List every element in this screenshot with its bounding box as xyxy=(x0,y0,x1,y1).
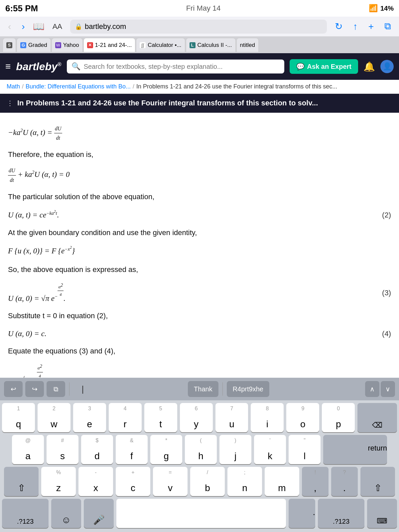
key-q[interactable]: 1q xyxy=(2,403,35,432)
site-header: ≡ bartleby® 🔍 💬 Ask an Expert 🔔 👤 xyxy=(0,53,399,80)
search-bar[interactable]: 🔍 xyxy=(67,60,284,73)
tab-yahoo[interactable]: W Yahoo xyxy=(52,38,83,52)
tab-calculator[interactable]: ∫∫ Calculator •... xyxy=(136,38,185,52)
eq-num-4: (4) xyxy=(378,328,391,340)
tab-active-favicon: ✕ xyxy=(87,42,93,48)
key-period-bottom[interactable]: . xyxy=(289,499,315,528)
breadcrumb-bundle[interactable]: Bundle: Differential Equations with Bo..… xyxy=(26,83,131,90)
eq-num-2: (2) xyxy=(378,209,391,221)
emoji-key[interactable]: ☺ xyxy=(51,499,81,528)
status-date: Fri May 14 xyxy=(186,4,221,13)
key-e[interactable]: 3e xyxy=(73,403,106,432)
shift-key[interactable]: ⇧ xyxy=(4,467,39,496)
keyboard-row-3: ⇧ %z -x +c =v /b ;n m !, ?. ⇧ xyxy=(2,467,397,496)
back-button[interactable]: ‹ xyxy=(5,20,14,33)
bookmarks-icon[interactable]: 📖 xyxy=(33,21,45,32)
key-v[interactable]: =v xyxy=(153,467,188,496)
keyboard-hide[interactable]: ⌨ xyxy=(367,499,397,528)
mic-key[interactable]: 🎤 xyxy=(84,499,114,528)
page-title: In Problems 1-21 and 24-26 use the Fouri… xyxy=(17,98,318,108)
breadcrumb-current: In Problems 1-21 and 24-26 use the Fouri… xyxy=(136,83,337,90)
key-k[interactable]: 'k xyxy=(254,435,286,464)
chat-icon: 💬 xyxy=(296,63,305,70)
key-a[interactable]: @a xyxy=(12,435,44,464)
key-d[interactable]: $d xyxy=(81,435,113,464)
user-avatar[interactable]: 👤 xyxy=(380,60,394,73)
url-bar[interactable]: 🔒 bartleby.com xyxy=(70,20,327,34)
tab-graded[interactable]: G Graded xyxy=(17,38,51,52)
suggestion-r4prt[interactable]: R4prt9xhe xyxy=(227,381,269,397)
key-r[interactable]: 4r xyxy=(109,403,142,432)
tab-untitled[interactable]: ntitled xyxy=(236,38,259,52)
eq-1: −ka2U (α, t) = dU dt xyxy=(8,128,62,137)
logo-registered: ® xyxy=(58,62,62,67)
key-period[interactable]: ?. xyxy=(331,467,358,496)
copy-button[interactable]: ⧉ xyxy=(47,381,65,397)
tab-graded-label: Graded xyxy=(28,42,47,49)
num-key-left[interactable]: .?123 xyxy=(2,499,49,528)
keyboard: ↩ ↪ ⧉ | Thank R4prt9xhe ∧ ∨ 1q 2w 3e 4r … xyxy=(0,378,399,532)
key-m[interactable]: m xyxy=(265,467,299,496)
search-input[interactable] xyxy=(84,63,280,70)
key-x[interactable]: -x xyxy=(78,467,113,496)
forward-button[interactable]: › xyxy=(19,20,27,33)
backspace-key[interactable]: ⌫ xyxy=(357,403,397,432)
keyboard-rows: 1q 2w 3e 4r 5t 6y 7u 8i 9o 0p ⌫ @a #s $d… xyxy=(0,400,399,532)
dots-icon[interactable]: ⋮ xyxy=(7,99,13,107)
toolbar-divider xyxy=(69,382,69,396)
tab-s[interactable]: S xyxy=(3,38,16,52)
text-substitute: Substitute t = 0 in equation (2), xyxy=(8,310,391,322)
num-key-right[interactable]: .?123 xyxy=(318,499,364,528)
chev-down-button[interactable]: ∨ xyxy=(381,381,395,397)
tab-active[interactable]: ✕ 1-21 and 24-... xyxy=(83,38,136,52)
bell-icon[interactable]: 🔔 xyxy=(363,61,375,72)
equation-2: dU dt + ka2U (α, t) = 0 xyxy=(8,166,391,184)
key-comma[interactable]: !, xyxy=(302,467,329,496)
tab-yahoo-favicon: W xyxy=(55,42,61,48)
key-l[interactable]: "l xyxy=(289,435,321,464)
return-key[interactable]: return xyxy=(323,435,387,464)
key-t[interactable]: 5t xyxy=(144,403,177,432)
keyboard-row-2: @a #s $d &f *g (h )j 'k "l return xyxy=(2,435,397,464)
chev-up-button[interactable]: ∧ xyxy=(365,381,379,397)
ask-expert-button[interactable]: 💬 Ask an Expert xyxy=(290,59,358,74)
key-y[interactable]: 6y xyxy=(180,403,213,432)
tab-calc-favicon: ∫∫ xyxy=(140,42,146,48)
breadcrumb-sep2: / xyxy=(133,83,134,90)
tab-calculus[interactable]: L Calculus II -... xyxy=(186,38,236,52)
key-z[interactable]: %z xyxy=(41,467,76,496)
key-f[interactable]: &f xyxy=(116,435,148,464)
suggestion-thank[interactable]: Thank xyxy=(188,381,218,397)
key-b[interactable]: /b xyxy=(190,467,225,496)
key-g[interactable]: *g xyxy=(150,435,182,464)
hamburger-menu[interactable]: ≡ xyxy=(5,61,11,72)
key-h[interactable]: (h xyxy=(185,435,217,464)
equation-intro: −ka2U (α, t) = dU dt xyxy=(8,124,391,142)
undo-button[interactable]: ↩ xyxy=(4,381,23,397)
keyboard-bottom-row: .?123 ☺ 🎤 . .?123 ⌨ xyxy=(2,499,397,528)
share-button[interactable]: ↑ xyxy=(350,21,360,32)
lock-icon: 🔒 xyxy=(75,23,82,30)
key-c[interactable]: +c xyxy=(116,467,150,496)
redo-button[interactable]: ↪ xyxy=(25,381,44,397)
spacebar[interactable] xyxy=(116,499,286,528)
key-u[interactable]: 7u xyxy=(215,403,248,432)
key-w[interactable]: 2w xyxy=(38,403,70,432)
tab-active-label: 1-21 and 24-... xyxy=(95,42,132,49)
breadcrumb-sep1: / xyxy=(22,83,24,90)
new-tab-button[interactable]: + xyxy=(366,21,376,32)
equation-row-2: U (α, t) = ce−ka2t. (2) xyxy=(8,208,391,221)
key-j[interactable]: )j xyxy=(219,435,251,464)
key-o[interactable]: 9o xyxy=(286,403,319,432)
breadcrumb-math[interactable]: Math xyxy=(7,83,20,90)
key-i[interactable]: 8i xyxy=(251,403,284,432)
reload-button[interactable]: ↻ xyxy=(332,21,345,32)
key-s[interactable]: #s xyxy=(47,435,78,464)
key-n[interactable]: ;n xyxy=(227,467,262,496)
key-p[interactable]: 0p xyxy=(322,403,355,432)
tabs-button[interactable]: ⧉ xyxy=(382,21,394,32)
tab-yahoo-label: Yahoo xyxy=(63,42,79,49)
text-size-button[interactable]: AA xyxy=(50,21,65,32)
tab-calc2-favicon: L xyxy=(190,42,196,48)
shift-key-right[interactable]: ⇧ xyxy=(360,467,395,496)
